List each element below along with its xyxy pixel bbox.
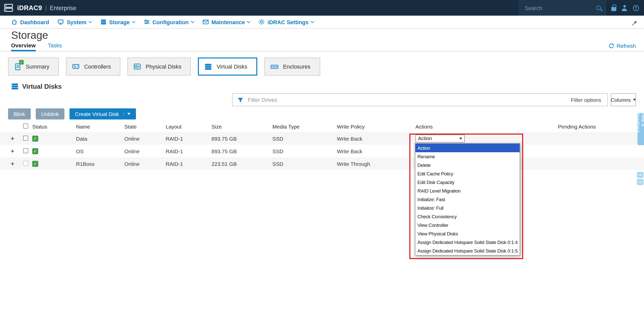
nav-configuration[interactable]: Configuration bbox=[143, 19, 194, 25]
chevron-down-icon bbox=[191, 19, 194, 23]
dropdown-option[interactable]: Delete bbox=[415, 161, 520, 169]
card-summary[interactable]: ✓ Summary bbox=[8, 57, 59, 76]
dropdown-option[interactable]: View Physical Disks bbox=[415, 229, 520, 238]
chevron-down-icon bbox=[132, 19, 135, 23]
card-label: Summary bbox=[26, 64, 49, 70]
system-icon bbox=[58, 19, 64, 25]
filter-funnel-icon bbox=[237, 97, 244, 103]
search-box[interactable] bbox=[519, 0, 605, 16]
search-input[interactable] bbox=[519, 5, 596, 11]
tab-overview[interactable]: Overview bbox=[11, 42, 36, 51]
user-icon[interactable] bbox=[621, 5, 627, 11]
chevron-up-icon bbox=[638, 174, 642, 177]
help-icon[interactable]: ? bbox=[633, 5, 639, 11]
nav-maintenance[interactable]: Maintenance bbox=[202, 19, 250, 25]
col-layout: Layout bbox=[163, 123, 208, 130]
create-virtual-disk-button[interactable]: Create Virtual Disk bbox=[69, 108, 136, 119]
status-ok-icon: ✓ bbox=[32, 136, 38, 142]
tab-tasks[interactable]: Tasks bbox=[48, 42, 62, 51]
expand-button[interactable]: + bbox=[8, 161, 20, 167]
status-ok-icon: ✓ bbox=[32, 161, 38, 167]
card-label: Physical Disks bbox=[146, 64, 182, 70]
enclosure-icon bbox=[270, 63, 278, 70]
action-dropdown-list: ActionRenameDeleteEdit Cache PolicyEdit … bbox=[415, 143, 520, 256]
card-physical-disks[interactable]: Physical Disks bbox=[128, 57, 191, 76]
dropdown-option[interactable]: Check Consistency bbox=[415, 212, 520, 221]
dropdown-option[interactable]: Initialize: Fast bbox=[415, 195, 520, 204]
dropdown-option[interactable]: Edit Disk Capacity bbox=[415, 178, 520, 187]
chevron-down-icon bbox=[638, 180, 642, 183]
dropdown-option[interactable]: RAID Level Migration bbox=[415, 187, 520, 195]
expand-button[interactable]: + bbox=[8, 135, 20, 141]
create-virtual-disk-label: Create Virtual Disk bbox=[75, 111, 119, 117]
col-name: Name bbox=[73, 123, 121, 130]
dropdown-option[interactable]: View Controller bbox=[415, 221, 520, 229]
tab-bar: Overview Tasks Refresh bbox=[0, 42, 644, 51]
virtual-disks-icon bbox=[11, 83, 19, 90]
cell-name: R1Boss bbox=[73, 161, 121, 167]
page-scroll-buttons bbox=[637, 172, 643, 185]
help-feedback-tab[interactable]: Help & Feedback bbox=[637, 113, 644, 145]
nav-dashboard[interactable]: Dashboard bbox=[11, 19, 49, 25]
card-controllers[interactable]: Controllers bbox=[66, 57, 120, 76]
lock-icon[interactable] bbox=[611, 7, 616, 11]
row-checkbox[interactable] bbox=[23, 148, 28, 153]
dropdown-option[interactable]: Initialize: Full bbox=[415, 204, 520, 212]
blink-button[interactable]: Blink bbox=[8, 108, 31, 119]
controller-icon bbox=[72, 63, 80, 70]
gear-icon bbox=[259, 19, 265, 25]
sliders-icon bbox=[143, 19, 150, 25]
col-size: Size bbox=[208, 123, 269, 130]
nav-idrac-settings[interactable]: iDRAC Settings bbox=[259, 19, 314, 25]
refresh-button[interactable]: Refresh bbox=[609, 43, 636, 51]
cell-size: 893.75 GB bbox=[208, 148, 269, 154]
table-row: + ✓ R1Boss Online RAID-1 223.51 GB SSD W… bbox=[0, 157, 644, 170]
cell-name: OS bbox=[73, 148, 121, 154]
dropdown-option[interactable]: Action bbox=[415, 144, 520, 152]
physical-disk-icon bbox=[134, 63, 141, 70]
card-virtual-disks[interactable]: Virtual Disks bbox=[198, 57, 257, 76]
status-ok-badge: ✓ bbox=[19, 60, 24, 64]
expand-button[interactable]: + bbox=[8, 148, 20, 154]
action-select[interactable]: Action bbox=[415, 134, 465, 142]
filter-drives-input[interactable]: Filter Drives Filter options bbox=[232, 93, 608, 106]
row-checkbox[interactable] bbox=[23, 161, 28, 166]
chevron-down-icon bbox=[310, 19, 314, 23]
cell-write-policy: Write Back bbox=[334, 135, 412, 141]
caret-down-icon bbox=[633, 99, 636, 101]
dropdown-option[interactable]: Assign Dedicated Hotspare Solid State Di… bbox=[415, 238, 520, 246]
cell-layout: RAID-1 bbox=[163, 148, 208, 154]
maintenance-icon bbox=[202, 19, 209, 25]
main-nav: Dashboard System Storage Configuration M… bbox=[0, 16, 644, 29]
dropdown-option[interactable]: Edit Cache Policy bbox=[415, 169, 520, 178]
summary-icon: ✓ bbox=[14, 63, 21, 70]
nav-system[interactable]: System bbox=[58, 19, 91, 25]
cell-state: Online bbox=[121, 148, 163, 154]
row-checkbox[interactable] bbox=[23, 135, 28, 140]
pin-icon[interactable] bbox=[631, 19, 637, 28]
table-body: + ✓ Data Online RAID-1 893.75 GB SSD Wri… bbox=[0, 132, 644, 170]
chevron-down-icon bbox=[88, 19, 92, 23]
cell-write-policy: Write Through bbox=[334, 161, 412, 167]
filter-options-link[interactable]: Filter options bbox=[571, 97, 601, 103]
unblink-button[interactable]: Unblink bbox=[36, 108, 64, 119]
col-status: Status bbox=[29, 123, 73, 130]
select-all-checkbox[interactable] bbox=[23, 123, 28, 129]
action-select-value: Action bbox=[418, 136, 432, 141]
card-enclosures[interactable]: Enclosures bbox=[264, 57, 320, 76]
dropdown-option[interactable]: Rename bbox=[415, 152, 520, 161]
cell-state: Online bbox=[121, 135, 163, 141]
search-icon[interactable] bbox=[596, 6, 601, 10]
refresh-icon bbox=[609, 43, 615, 49]
split-caret[interactable] bbox=[123, 113, 130, 115]
status-ok-icon: ✓ bbox=[32, 148, 38, 154]
table-row: + ✓ Data Online RAID-1 893.75 GB SSD Wri… bbox=[0, 132, 644, 145]
columns-button[interactable]: Columns bbox=[611, 93, 636, 106]
scroll-up-button[interactable] bbox=[637, 172, 643, 178]
nav-label: Maintenance bbox=[211, 19, 245, 25]
col-pending-actions: Pending Actions bbox=[555, 123, 644, 130]
dropdown-option[interactable]: Assign Dedicated Hotspare Solid State Di… bbox=[415, 246, 520, 255]
storage-category-cards: ✓ Summary Controllers Physical Disks Vir… bbox=[8, 57, 644, 76]
scroll-down-button[interactable] bbox=[637, 179, 643, 185]
nav-storage[interactable]: Storage bbox=[100, 19, 135, 25]
